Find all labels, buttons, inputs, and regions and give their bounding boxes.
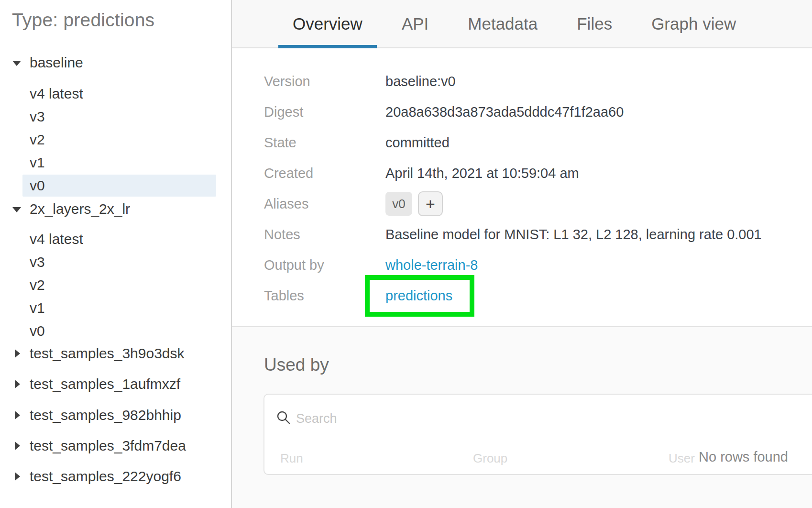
- column-header-group: Group: [473, 451, 507, 466]
- tree-item-label: v1: [30, 151, 45, 174]
- tree-item-v1[interactable]: v1: [0, 297, 231, 320]
- tree-item-label: v1: [30, 297, 45, 320]
- field-label: Notes: [264, 227, 385, 243]
- predictions-link[interactable]: predictions: [385, 288, 452, 303]
- caret-down-icon[interactable]: [12, 207, 21, 212]
- tree-item-test-samples-222yogf6[interactable]: test_samples_222yogf6: [0, 465, 231, 488]
- tree-item-v4-latest[interactable]: v4 latest: [0, 82, 231, 105]
- tab-metadata[interactable]: Metadata: [453, 0, 552, 47]
- tree-item-v0[interactable]: v0: [0, 174, 231, 197]
- tree-item-v2[interactable]: v2: [0, 128, 231, 151]
- tree-item-v3[interactable]: v3: [0, 105, 231, 128]
- tree-item-label: test_samples_1aufmxzf: [30, 373, 180, 396]
- tab-files[interactable]: Files: [562, 0, 626, 47]
- field-row-version: Versionbaseline:v0: [264, 66, 812, 97]
- tab-overview[interactable]: Overview: [278, 0, 377, 47]
- field-row-notes: NotesBaseline model for MNIST: L1 32, L2…: [264, 219, 812, 250]
- field-value: committed: [385, 135, 450, 151]
- field-label: Digest: [264, 104, 385, 120]
- tree-item-label: v2: [30, 128, 45, 151]
- search-icon: [276, 410, 291, 425]
- tree-item-baseline[interactable]: baseline: [0, 51, 231, 74]
- caret-right-icon[interactable]: [15, 411, 20, 420]
- whole-terrain-8-link[interactable]: whole-terrain-8: [385, 257, 478, 273]
- tree-item-test-samples-3h9o3dsk[interactable]: test_samples_3h9o3dsk: [0, 342, 231, 365]
- artifact-sidebar: Type: predictions baselinev4 latestv3v2v…: [0, 0, 231, 508]
- field-row-state: Statecommitted: [264, 127, 812, 158]
- tree-item-test-samples-1aufmxzf[interactable]: test_samples_1aufmxzf: [0, 373, 231, 396]
- tab-api[interactable]: API: [387, 0, 443, 47]
- column-header-user: User: [669, 451, 695, 466]
- tab-bar: OverviewAPIMetadataFilesGraph view: [232, 0, 812, 48]
- tree-item-label: baseline: [30, 51, 83, 74]
- artifact-details: Versionbaseline:v0Digest20a8a638d3a873ad…: [232, 48, 812, 326]
- tree-item-label: v2: [30, 274, 45, 297]
- tree-item-label: v3: [30, 251, 45, 274]
- tree-item-label: test_samples_3fdm7dea: [30, 434, 186, 457]
- field-row-output-by: Output bywhole-terrain-8: [264, 250, 812, 280]
- field-row-digest: Digest20a8a638d3a873ada5dddc47f1f2aa60: [264, 97, 812, 127]
- alias-chips: v0+: [385, 191, 443, 216]
- tree-item-label: v0: [30, 320, 45, 342]
- field-value: Baseline model for MNIST: L1 32, L2 128,…: [385, 227, 762, 243]
- field-value: 20a8a638d3a873ada5dddc47f1f2aa60: [385, 104, 624, 120]
- empty-rows-message: No rows found: [699, 449, 788, 465]
- add-alias-button[interactable]: +: [418, 191, 443, 216]
- field-label: State: [264, 135, 385, 151]
- tree-item-test-samples-3fdm7dea[interactable]: test_samples_3fdm7dea: [0, 434, 231, 457]
- field-label: Output by: [264, 257, 385, 273]
- field-row-tables: Tablespredictions: [264, 280, 812, 311]
- main-panel: OverviewAPIMetadataFilesGraph view Versi…: [232, 0, 812, 508]
- tree-item-v0[interactable]: v0: [0, 320, 231, 342]
- field-row-aliases: Aliasesv0+: [264, 188, 812, 219]
- search-input[interactable]: [295, 407, 498, 430]
- caret-right-icon[interactable]: [15, 442, 20, 450]
- tree-item-test-samples-982bhhip[interactable]: test_samples_982bhhip: [0, 404, 231, 427]
- tree-item-label: test_samples_222yogf6: [30, 465, 181, 488]
- field-value: baseline:v0: [385, 74, 456, 89]
- tree-item-2x-layers-2x-lr[interactable]: 2x_layers_2x_lr: [0, 198, 231, 221]
- tab-graph-view[interactable]: Graph view: [637, 0, 750, 47]
- caret-right-icon[interactable]: [15, 472, 20, 481]
- field-row-created: CreatedApril 14th, 2021 at 10:59:04 am: [264, 158, 812, 188]
- field-label: Aliases: [264, 196, 385, 212]
- tree-item-v2[interactable]: v2: [0, 274, 231, 297]
- tree-item-label: v0: [30, 174, 45, 197]
- tree-item-label: 2x_layers_2x_lr: [30, 198, 130, 221]
- field-value: April 14th, 2021 at 10:59:04 am: [385, 166, 579, 181]
- tree-item-v3[interactable]: v3: [0, 251, 231, 274]
- tree-item-v1[interactable]: v1: [0, 151, 231, 174]
- tree-item-label: v4 latest: [30, 82, 83, 105]
- used-by-section: Used by Run Group User No rows found: [232, 326, 812, 508]
- alias-chip-v0[interactable]: v0: [385, 192, 412, 216]
- green-highlight-box: predictions: [365, 275, 474, 317]
- tree-item-v4-latest[interactable]: v4 latest: [0, 228, 231, 251]
- sidebar-title: Type: predictions: [12, 10, 154, 31]
- selected-row-highlight: [22, 175, 216, 197]
- used-by-table: Run Group User No rows found: [263, 394, 812, 475]
- caret-right-icon[interactable]: [15, 349, 20, 358]
- tree-item-label: test_samples_982bhhip: [30, 404, 181, 427]
- caret-right-icon[interactable]: [15, 380, 20, 388]
- tree-item-label: v4 latest: [30, 228, 83, 251]
- column-header-run: Run: [280, 451, 303, 466]
- tree-item-label: v3: [30, 105, 45, 128]
- used-by-heading: Used by: [264, 355, 329, 375]
- field-label: Version: [264, 74, 385, 89]
- tree-item-label: test_samples_3h9o3dsk: [30, 342, 185, 365]
- caret-down-icon[interactable]: [12, 61, 21, 66]
- field-label: Created: [264, 166, 385, 181]
